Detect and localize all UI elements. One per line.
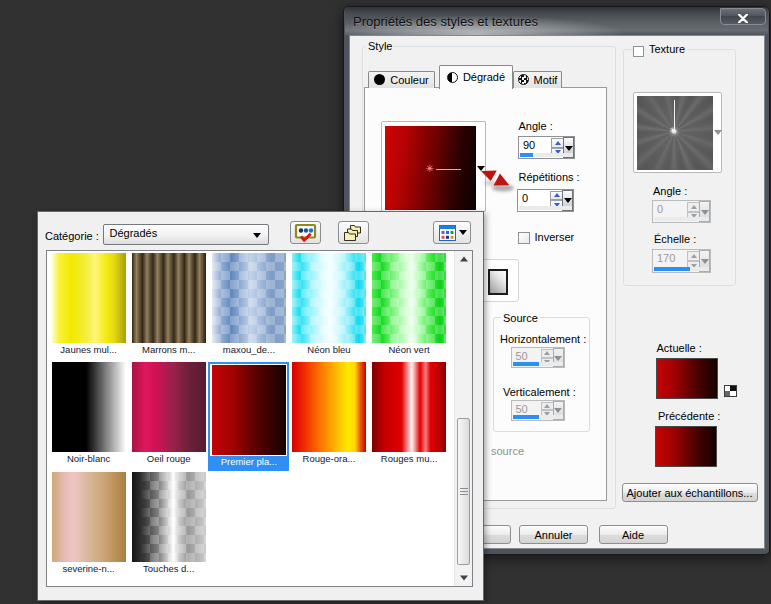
gradient-style-linear-button[interactable]	[488, 269, 508, 295]
swatch-thumbnail[interactable]	[52, 362, 126, 452]
mini-slider-fill	[513, 362, 539, 366]
swatch-thumbnail[interactable]	[212, 365, 286, 455]
gradient-center-marker[interactable]: ✳	[426, 164, 434, 174]
close-icon	[738, 14, 748, 23]
tab-motif[interactable]: Motif	[513, 71, 562, 88]
categorie-value: Dégradés	[110, 227, 158, 239]
transparency-checker-overlay	[212, 253, 286, 343]
spin-up-icon	[555, 141, 561, 145]
combo-dropdown-icon	[253, 233, 261, 238]
red-arrows-cursor	[476, 162, 516, 196]
checker-quadrant	[730, 391, 736, 396]
swatch-cell[interactable]: maxou_de...	[208, 253, 289, 357]
file-locations-button[interactable]	[338, 221, 369, 244]
swatch-thumbnail[interactable]	[132, 253, 206, 343]
texture-preview-well: ✳	[633, 92, 722, 173]
dropdown-arrow-icon	[554, 408, 562, 413]
precedente-label: Précédente :	[658, 410, 720, 422]
texture-well-dropdown-icon	[714, 130, 722, 135]
swatch-label: Noir-blanc	[48, 453, 129, 466]
scroll-arrow-icon	[460, 576, 468, 581]
style-texture-toggle-icon[interactable]	[724, 385, 737, 397]
swatch-thumbnail[interactable]	[52, 253, 126, 343]
transparency-checker-overlay	[292, 253, 366, 343]
swatch-label: Touches d...	[128, 563, 209, 576]
categorie-label: Catégorie :	[45, 230, 99, 242]
vertical-scrollbar[interactable]	[454, 251, 472, 586]
echelle-label: Échelle :	[654, 233, 696, 245]
repetitions-label: Répétitions :	[519, 171, 580, 183]
cancel-button-label: Annuler	[535, 529, 573, 541]
angle-mini-slider	[520, 153, 573, 157]
swatch-cell[interactable]: severine-n...	[48, 472, 129, 576]
verticalement-mini-slider	[513, 415, 563, 419]
swatch-thumbnail[interactable]	[132, 472, 206, 562]
add-to-swatches-label: Ajouter aux échantillons...	[627, 487, 753, 499]
swatch-label: Néon vert	[369, 344, 450, 357]
texture-preview-image: ✳	[637, 96, 713, 170]
swatch-thumbnail[interactable]	[292, 362, 366, 452]
horizontalement-spinner: 50	[511, 347, 565, 368]
help-button-label: Aide	[622, 529, 644, 541]
texture-angle-label: Angle :	[653, 185, 687, 197]
tab-degrade[interactable]: Dégradé	[439, 65, 513, 89]
help-button[interactable]: Aide	[599, 525, 668, 544]
source-fragment-text: source	[491, 445, 524, 457]
tab-couleur[interactable]: Couleur	[368, 71, 435, 88]
cancel-button[interactable]: Annuler	[519, 525, 588, 544]
view-mode-button[interactable]	[433, 221, 471, 244]
pattern-circle-icon	[518, 74, 529, 85]
swatch-thumbnail[interactable]	[52, 472, 126, 562]
dialog-title: Propriétés des styles et textures	[353, 7, 538, 35]
dropdown-arrow-icon	[701, 210, 709, 215]
swatch-label: maxou_de...	[208, 344, 289, 357]
style-group-label: Style	[366, 40, 394, 52]
inverser-checkbox[interactable]	[518, 232, 530, 244]
angle-spinner[interactable]: 90	[518, 136, 575, 159]
swatch-label: severine-n...	[48, 563, 129, 576]
texture-checkbox[interactable]	[633, 46, 644, 57]
swatch-thumbnail[interactable]	[132, 362, 206, 452]
swatch-thumbnail[interactable]	[372, 253, 446, 343]
swatch-cell[interactable]: Jaunes mul...	[48, 253, 129, 357]
swatch-thumbnail[interactable]	[372, 362, 446, 452]
swatch-label: Premier pla...	[210, 456, 287, 469]
add-to-swatches-button[interactable]: Ajouter aux échantillons...	[622, 483, 758, 502]
swatch-options-button[interactable]	[290, 221, 321, 244]
transparency-checker-overlay	[372, 253, 446, 343]
swatch-cell[interactable]: Rouges mu...	[369, 362, 450, 466]
swatch-cell[interactable]: Néon bleu	[289, 253, 370, 357]
horizontalement-mini-slider	[513, 362, 563, 366]
gradient-preview-well[interactable]: ✳	[381, 121, 486, 212]
swatch-cell[interactable]: Oeil rouge	[128, 362, 209, 466]
swatch-label: Marrons m...	[128, 344, 209, 357]
swatch-label: Rouges mu...	[369, 453, 450, 466]
spin-up-icon	[691, 205, 697, 209]
swatch-cell[interactable]: Néon vert	[369, 253, 450, 357]
swatch-cell[interactable]: Noir-blanc	[48, 362, 129, 466]
scroll-down-button[interactable]	[455, 570, 472, 586]
close-button[interactable]	[720, 8, 766, 25]
screenshot-root: { "window": { "title": "Propriétés des s…	[0, 0, 771, 604]
scroll-up-button[interactable]	[455, 251, 472, 267]
texture-angle-mini-slider	[654, 217, 709, 221]
dialog-titlebar[interactable]: Propriétés des styles et textures	[345, 7, 768, 35]
transparency-checker-overlay	[132, 472, 206, 562]
swatch-thumbnail[interactable]	[212, 253, 286, 343]
categorie-combobox[interactable]: Dégradés	[103, 224, 269, 245]
texture-center-star: ✳	[670, 127, 677, 135]
swatch-label: Rouge-ora...	[289, 453, 370, 466]
swatch-cell[interactable]: Premier pla...	[208, 362, 289, 471]
swatch-label: Néon bleu	[289, 344, 370, 357]
gradient-picker-popup: Catégorie : Dégradés	[37, 211, 484, 601]
scrollbar-grip-icon	[460, 488, 468, 496]
echelle-spinner: 170	[652, 249, 711, 273]
spin-up-icon	[544, 351, 550, 355]
swatch-cell[interactable]: Rouge-ora...	[289, 362, 370, 466]
repetitions-spinner[interactable]: 0	[517, 189, 574, 212]
swatch-cell[interactable]: Touches d...	[128, 472, 209, 576]
swatch-thumbnail[interactable]	[292, 253, 366, 343]
swatch-cell[interactable]: Marrons m...	[128, 253, 209, 357]
scrollbar-thumb[interactable]	[457, 418, 470, 565]
actuelle-swatch[interactable]	[656, 358, 718, 399]
